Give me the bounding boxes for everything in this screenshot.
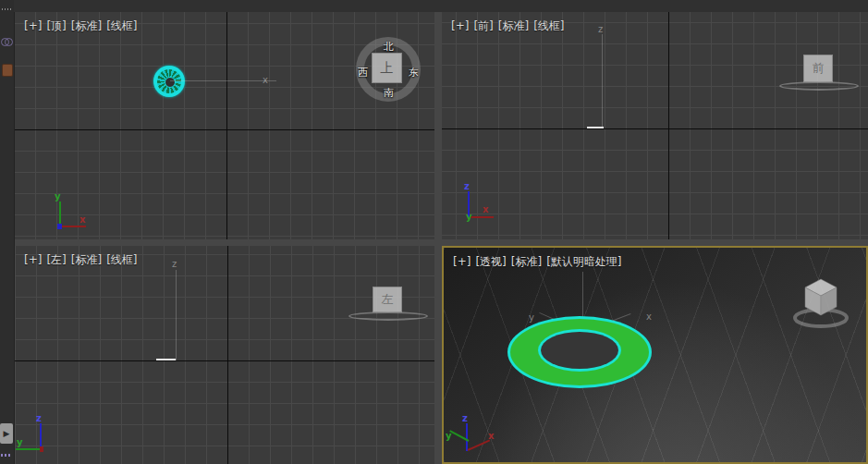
tripod-y-label: y [17, 437, 23, 447]
viewcube-west-label[interactable]: 西 [358, 66, 368, 79]
torus-hole [541, 332, 618, 369]
origin-axis-horizontal [15, 360, 434, 361]
viewport-shading-menu[interactable]: [线框] [106, 253, 137, 266]
selection-tripod-z-label: z [598, 24, 603, 34]
viewport-shading-menu[interactable]: [线框] [533, 19, 564, 32]
tripod-y-label: y [466, 212, 472, 222]
tripod-z-label: z [36, 413, 42, 423]
tripod-z-label: z [464, 181, 470, 191]
origin-axis-horizontal [15, 129, 434, 130]
viewport-top-border [14, 0, 868, 12]
viewport-shading-menu[interactable]: [默认明暗处理] [546, 255, 621, 268]
selection-tripod-z-line [602, 34, 603, 128]
tripod-x-axis [40, 446, 43, 452]
viewport-config-menu[interactable]: [+] [453, 255, 471, 268]
origin-axis-vertical [226, 12, 227, 239]
viewport-pov-menu[interactable]: [标准] [71, 19, 102, 32]
torus-object-top-view[interactable] [153, 66, 185, 97]
panel-grip-icon[interactable] [2, 8, 12, 10]
viewcube-left-face[interactable]: 左 [373, 287, 402, 312]
viewport-view-menu[interactable]: [顶] [46, 19, 66, 32]
tripod-z-axis [57, 224, 62, 229]
viewport-config-menu[interactable]: [+] [24, 19, 42, 32]
material-icon[interactable] [2, 64, 13, 77]
tripod-x-label: x [79, 214, 85, 225]
viewcube-front-face[interactable]: 前 [803, 55, 833, 82]
viewcube-3d[interactable] [792, 270, 850, 331]
origin-axis-horizontal [442, 128, 868, 129]
tripod-y-axis [16, 448, 40, 450]
selection-tripod-z-label: z [172, 259, 177, 269]
tripod-z-label: z [462, 413, 468, 423]
viewcube-south-label[interactable]: 南 [384, 86, 394, 100]
torus-hole [165, 77, 176, 88]
torus-object-perspective[interactable] [507, 316, 652, 388]
viewport-view-menu[interactable]: [前] [473, 19, 493, 32]
side-panel-strip: ▶ [0, 0, 15, 464]
tripod-y-label: y [446, 431, 452, 441]
expand-arrow-icon[interactable]: ▶ [0, 423, 13, 444]
viewport-label: [+][前][标准][线框] [451, 18, 569, 34]
selection-tripod-x-label: x [646, 311, 652, 322]
tripod-y-label: y [55, 191, 61, 201]
viewport-perspective-view[interactable]: [+][透视][标准][默认明暗处理] y x z x y [442, 246, 868, 464]
viewcube-east-label[interactable]: 东 [409, 66, 419, 79]
viewport-left-view[interactable]: [+][左][标准][线框] z 左 z y [15, 246, 434, 464]
viewcube-compass-ring-edge[interactable] [348, 311, 428, 321]
viewport-front-view[interactable]: [+][前][标准][线框] z 前 z y x [442, 12, 868, 239]
viewcube-top-face[interactable]: 上 [372, 53, 402, 83]
viewport-pov-menu[interactable]: [标准] [511, 255, 542, 268]
viewport-config-menu[interactable]: [+] [451, 19, 469, 32]
tripod-z-axis [466, 423, 468, 451]
viewport-top-view[interactable]: [+][顶][标准][线框] x 北 南 西 东 上 y x [15, 12, 434, 239]
dots-icon [1, 454, 12, 457]
tripod-x-label: x [483, 204, 488, 214]
viewport-label: [+][透视][标准][默认明暗处理] [453, 254, 627, 270]
viewport-view-menu[interactable]: [透视] [475, 255, 506, 268]
selection-tripod-x-label: x [263, 75, 268, 85]
viewcube-compass-ring-edge[interactable] [779, 81, 859, 91]
tripod-x-label: x [488, 431, 494, 441]
origin-axis-vertical [227, 246, 228, 464]
viewport-pov-menu[interactable]: [标准] [71, 253, 102, 266]
tripod-x-axis [61, 226, 86, 227]
rings-icon[interactable] [1, 38, 12, 46]
viewport-label: [+][左][标准][线框] [24, 252, 142, 268]
tripod-x-axis [470, 216, 494, 218]
viewport-config-menu[interactable]: [+] [24, 253, 42, 266]
selection-tripod-x-line [170, 80, 276, 81]
viewport-shading-menu[interactable]: [线框] [106, 19, 137, 32]
selection-tripod-z-line [176, 270, 177, 360]
viewport-pov-menu[interactable]: [标准] [498, 19, 529, 32]
torus-object-front-view[interactable] [587, 127, 604, 128]
origin-axis-vertical [668, 12, 669, 239]
viewport-label: [+][顶][标准][线框] [24, 18, 142, 34]
viewcube-north-label[interactable]: 北 [384, 40, 394, 54]
torus-object-left-view[interactable] [156, 359, 176, 360]
selection-tripod-y-label: y [529, 312, 534, 323]
viewport-view-menu[interactable]: [左] [46, 253, 66, 266]
